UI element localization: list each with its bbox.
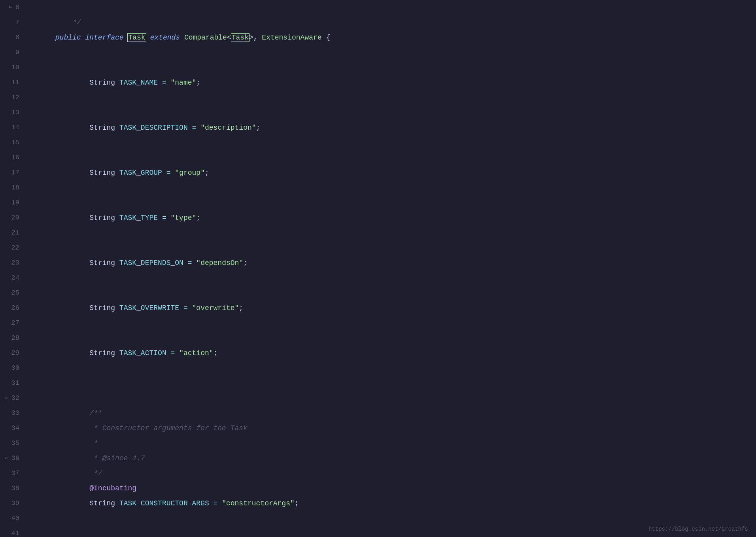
code-line-6: */	[30, 0, 756, 15]
line-13: 13	[0, 105, 19, 120]
code-line-9	[30, 45, 756, 60]
line-29: 29	[0, 346, 19, 361]
line-8: 8	[0, 30, 19, 45]
line-31: 31	[0, 376, 19, 391]
code-line-32: /**	[30, 391, 756, 406]
line-39: 39	[0, 496, 19, 511]
code-content: */ public interface Task extends Compara…	[26, 0, 756, 537]
line-18: 18	[0, 180, 19, 195]
line-12: 12	[0, 90, 19, 105]
line-25: 25	[0, 286, 19, 301]
code-line-30	[30, 361, 756, 376]
code-line-38: String TASK_CONSTRUCTOR_ARGS = "construc…	[30, 481, 756, 496]
fold-icon-6[interactable]: ⊖	[8, 5, 13, 10]
line-32: ⊖ 32	[0, 391, 19, 406]
line-33: 33	[0, 406, 19, 421]
line-41: 41	[0, 526, 19, 537]
code-line-16: String TASK_GROUP = "group";	[30, 150, 756, 165]
line-16: 16	[0, 150, 19, 165]
code-editor: ⊖ 6 7 8 9 10 11 12 13 14 15 16	[0, 0, 756, 537]
line-15: 15	[0, 135, 19, 150]
line-34: 34	[0, 421, 19, 436]
url-bar: https://blog.csdn.net/Greathfs	[648, 526, 748, 532]
code-line-40	[30, 511, 756, 526]
line-37: 37	[0, 466, 19, 481]
line-27: 27	[0, 316, 19, 331]
code-line-28: String TASK_ACTION = "action";	[30, 331, 756, 346]
code-line-21	[30, 225, 756, 240]
line-26: 26	[0, 301, 19, 316]
line-40: 40	[0, 511, 19, 526]
code-line-19: String TASK_TYPE = "type";	[30, 195, 756, 210]
line-14: 14	[0, 120, 19, 135]
line-7: 7	[0, 15, 19, 30]
line-19: 19	[0, 195, 19, 210]
code-line-37: @Incubating	[30, 466, 756, 481]
line-10: 10	[0, 60, 19, 75]
line-21: 21	[0, 225, 19, 240]
line-24: 24	[0, 270, 19, 286]
code-line-35: * @since 4.7	[30, 436, 756, 451]
line-numbers: ⊖ 6 7 8 9 10 11 12 13 14 15 16	[0, 0, 26, 537]
fold-icon-32[interactable]: ⊖	[4, 395, 9, 401]
line-11: 11	[0, 75, 19, 90]
code-line-15	[30, 135, 756, 150]
line-30: 30	[0, 361, 19, 376]
code-line-33: * Constructor arguments for the Task	[30, 406, 756, 421]
code-line-27	[30, 316, 756, 331]
line-22: 22	[0, 240, 19, 255]
line-17: 17	[0, 165, 19, 180]
code-line-41: /**	[30, 526, 756, 537]
code-line-24	[30, 270, 756, 286]
line-38: 38	[0, 481, 19, 496]
code-line-18	[30, 180, 756, 195]
line-28: 28	[0, 331, 19, 346]
line-20: 20	[0, 210, 19, 225]
code-line-31	[30, 376, 756, 391]
code-line-7: public interface Task extends Comparable…	[30, 15, 756, 30]
code-line-10: String TASK_NAME = "name";	[30, 60, 756, 75]
line-6: ⊖ 6	[0, 0, 19, 15]
code-line-13: String TASK_DESCRIPTION = "description";	[30, 105, 756, 120]
fold-icon-36[interactable]: ⊖	[4, 456, 9, 461]
code-line-25: String TASK_OVERWRITE = "overwrite";	[30, 286, 756, 301]
code-line-12	[30, 90, 756, 105]
line-23: 23	[0, 255, 19, 270]
line-9: 9	[0, 45, 19, 60]
line-35: 35	[0, 436, 19, 451]
line-36: ⊖ 36	[0, 451, 19, 466]
code-line-22: String TASK_DEPENDS_ON = "dependsOn";	[30, 240, 756, 255]
